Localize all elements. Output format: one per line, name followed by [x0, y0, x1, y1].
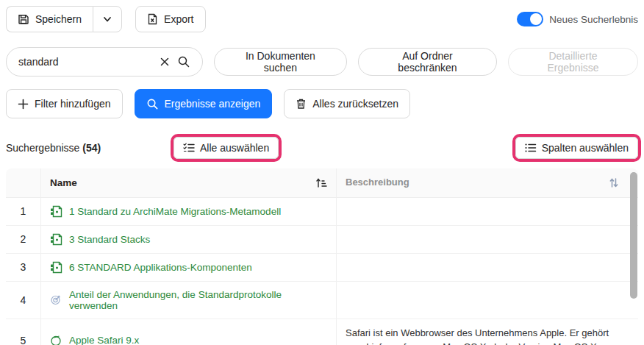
new-search-experience-toggle[interactable]	[517, 12, 543, 26]
filter-row: Filter hinzufügen Ergebnisse anzeigen Al…	[6, 89, 638, 118]
select-all-label: Alle auswählen	[200, 142, 269, 154]
select-columns-button[interactable]: Spalten auswählen	[515, 137, 638, 159]
results-count-label: Suchergebnisse (54)	[6, 142, 101, 154]
row-description-cell	[337, 282, 638, 319]
export-button-label: Export	[164, 13, 193, 25]
row-name-cell: 6 STANDARD Applikations-Komponenten	[41, 254, 337, 281]
header-name-label: Name	[50, 177, 77, 188]
results-count: (54)	[82, 142, 101, 154]
result-link[interactable]: 1 Standard zu ArchiMate Migrations-Metam…	[69, 206, 281, 217]
sort-both-icon[interactable]	[609, 177, 619, 188]
save-dropdown-button[interactable]	[93, 6, 122, 32]
table-row[interactable]: 5 Apple Safari 9.x Safari ist ein Webbro…	[6, 319, 638, 345]
reset-all-label: Alles zurücksetzen	[312, 98, 398, 110]
restrict-to-folders-button[interactable]: Auf Ordner beschränken	[358, 48, 497, 76]
row-description-cell	[337, 198, 638, 225]
select-all-button[interactable]: Alle auswählen	[173, 137, 279, 159]
search-page: Speichern Export	[0, 0, 644, 345]
save-button-label: Speichern	[35, 13, 82, 25]
checklist-icon	[183, 143, 195, 153]
table-row[interactable]: 1 1 Standard zu ArchiMate Migrations-Met…	[6, 198, 638, 226]
search-in-documents-button[interactable]: In Dokumenten suchen	[214, 48, 347, 76]
result-link[interactable]: Anteil der Anwendungen, die Standardprot…	[69, 289, 327, 311]
show-results-label: Ergebnisse anzeigen	[165, 98, 261, 110]
table-row[interactable]: 3 6 STANDARD Applikations-Komponenten	[6, 254, 638, 282]
table-header-row: Name Beschreibung	[6, 168, 638, 198]
row-index: 3	[6, 254, 41, 281]
search-in-documents-label: In Dokumenten suchen	[228, 50, 333, 74]
component-icon	[50, 334, 62, 345]
export-file-icon	[147, 13, 158, 25]
list-icon	[525, 143, 537, 153]
show-results-button[interactable]: Ergebnisse anzeigen	[135, 89, 273, 118]
row-name-cell: 3 Standard Stacks	[41, 226, 337, 253]
search-row: In Dokumenten suchen Auf Ordner beschrän…	[6, 47, 638, 77]
header-description-cell[interactable]: Beschreibung	[337, 168, 638, 197]
header-name-cell[interactable]: Name	[41, 168, 337, 197]
search-box	[6, 47, 203, 77]
result-link[interactable]: 6 STANDARD Applikations-Komponenten	[69, 262, 252, 273]
save-split-button: Speichern	[6, 6, 122, 32]
table-row[interactable]: 4 Anteil der Anwendungen, die Standardpr…	[6, 282, 638, 319]
select-columns-label: Spalten auswählen	[542, 142, 629, 154]
row-description-cell	[337, 226, 638, 253]
add-filter-button[interactable]: Filter hinzufügen	[6, 89, 123, 118]
detailed-results-label: Detaillierte Ergebnisse	[522, 50, 624, 74]
result-link[interactable]: Apple Safari 9.x	[69, 335, 139, 345]
row-description-cell	[337, 254, 638, 281]
result-link[interactable]: 3 Standard Stacks	[69, 234, 150, 245]
model-icon	[50, 205, 62, 218]
row-index: 5	[6, 319, 41, 345]
save-button[interactable]: Speichern	[6, 6, 93, 32]
search-icon[interactable]	[174, 52, 193, 71]
header-index-cell	[6, 168, 41, 197]
new-search-experience-toggle-group: Neues Sucherlebnis	[517, 12, 638, 26]
add-filter-label: Filter hinzufügen	[35, 98, 111, 110]
search-icon-white	[146, 98, 159, 110]
clear-search-icon[interactable]	[155, 52, 174, 71]
model-icon	[50, 233, 62, 246]
chevron-down-icon	[102, 14, 112, 24]
table-scrollbar[interactable]	[630, 172, 637, 299]
restrict-to-folders-label: Auf Ordner beschränken	[372, 50, 483, 74]
top-toolbar: Speichern Export	[6, 6, 638, 32]
search-input[interactable]	[18, 56, 155, 68]
plus-icon	[18, 99, 29, 110]
header-description-label: Beschreibung	[346, 176, 409, 190]
reset-all-button[interactable]: Alles zurücksetzen	[284, 89, 410, 118]
save-icon	[18, 13, 29, 25]
toggle-knob	[530, 13, 542, 25]
results-label-text: Suchergebnisse	[6, 142, 82, 154]
row-index: 1	[6, 198, 41, 225]
select-columns-annotation: Spalten auswählen	[512, 134, 641, 162]
results-row: Suchergebnisse (54) Alle auswählen	[6, 134, 638, 162]
export-button[interactable]: Export	[135, 6, 205, 32]
model-icon	[50, 261, 62, 274]
row-name-cell: Anteil der Anwendungen, die Standardprot…	[41, 282, 337, 319]
select-all-annotation: Alle auswählen	[171, 134, 282, 162]
row-name-cell: Apple Safari 9.x	[41, 319, 337, 345]
detailed-results-button[interactable]: Detaillierte Ergebnisse	[508, 48, 638, 76]
trash-icon	[296, 98, 307, 110]
row-description-cell: Safari ist ein Webbrowser des Unternehme…	[337, 319, 638, 345]
row-index: 2	[6, 226, 41, 253]
table-row[interactable]: 2 3 Standard Stacks	[6, 226, 638, 254]
toggle-label: Neues Sucherlebnis	[549, 14, 638, 25]
sort-ascending-icon[interactable]	[315, 177, 327, 188]
results-table: Name Beschreibung	[6, 168, 638, 345]
kpi-target-icon	[50, 294, 62, 306]
row-index: 4	[6, 282, 41, 319]
row-name-cell: 1 Standard zu ArchiMate Migrations-Metam…	[41, 198, 337, 225]
